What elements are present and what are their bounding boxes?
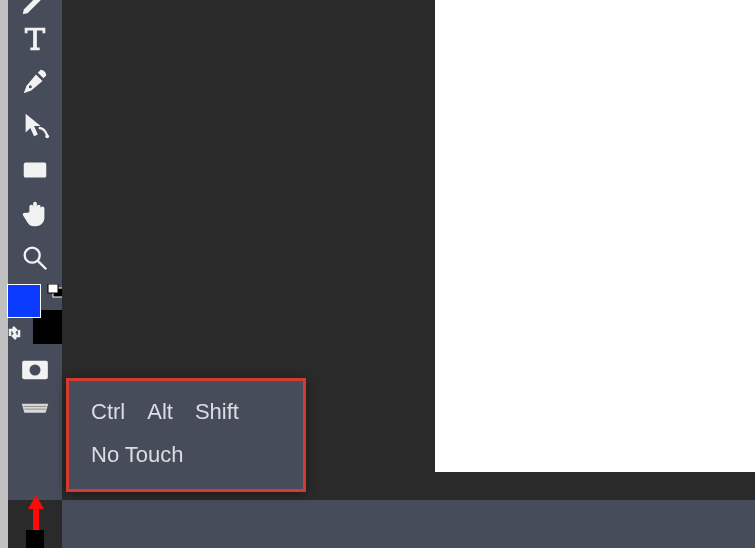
pen-tool[interactable] xyxy=(8,60,62,104)
swap-colors-button[interactable] xyxy=(7,324,25,342)
svg-point-0 xyxy=(29,85,32,88)
svg-line-4 xyxy=(38,261,46,269)
pen-icon xyxy=(20,67,50,97)
path-select-tool[interactable] xyxy=(8,104,62,148)
svg-rect-6 xyxy=(48,284,58,293)
svg-rect-2 xyxy=(24,163,47,178)
rectangle-tool[interactable] xyxy=(8,148,62,192)
foreground-color-swatch[interactable] xyxy=(7,284,41,318)
annotation-black-square xyxy=(26,530,44,548)
type-tool[interactable] xyxy=(8,16,62,60)
quick-mask-toggle[interactable] xyxy=(8,350,62,390)
alt-key-toggle[interactable]: Alt xyxy=(147,395,173,428)
hand-tool[interactable] xyxy=(8,192,62,236)
eyedropper-tool[interactable] xyxy=(8,0,62,16)
svg-point-8 xyxy=(30,365,41,376)
zoom-tool[interactable] xyxy=(8,236,62,280)
window-edge-strip xyxy=(0,0,8,548)
touch-mode-toggle[interactable]: No Touch xyxy=(91,438,281,471)
modifier-row: Ctrl Alt Shift xyxy=(91,395,281,428)
eyedropper-icon xyxy=(20,0,50,17)
soft-keyboard-popup: Ctrl Alt Shift No Touch xyxy=(66,378,306,492)
shift-key-toggle[interactable]: Shift xyxy=(195,395,239,428)
color-swatches xyxy=(7,284,63,344)
zoom-icon xyxy=(20,243,50,273)
path-select-icon xyxy=(20,111,50,141)
type-icon xyxy=(20,23,50,53)
artboard[interactable] xyxy=(435,0,755,472)
svg-point-1 xyxy=(45,134,49,138)
tools-toolbar xyxy=(8,0,62,500)
hand-icon xyxy=(20,199,50,229)
svg-point-3 xyxy=(25,248,40,263)
rectangle-icon xyxy=(20,155,50,185)
keyboard-icon xyxy=(20,399,50,421)
soft-keyboard-button[interactable] xyxy=(8,390,62,430)
quick-mask-icon xyxy=(20,359,50,381)
status-bar xyxy=(62,500,755,548)
ctrl-key-toggle[interactable]: Ctrl xyxy=(91,395,125,428)
